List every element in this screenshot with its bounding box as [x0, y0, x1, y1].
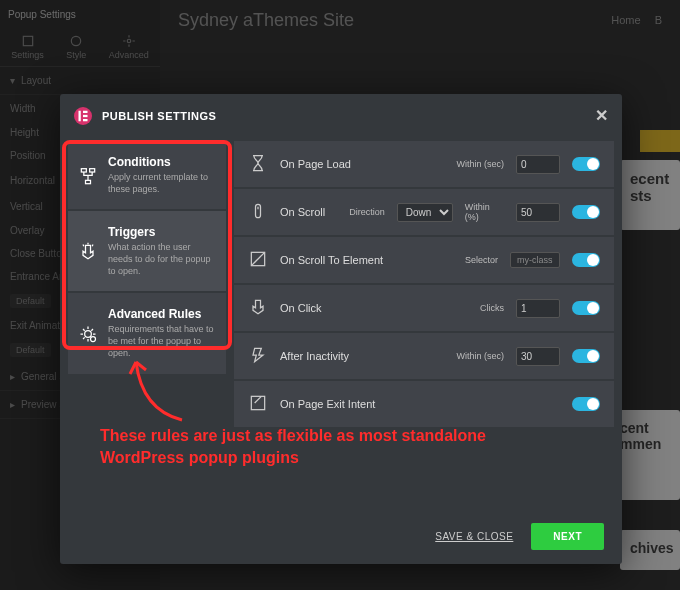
- nav-advanced-rules[interactable]: Advanced RulesRequirements that have to …: [68, 293, 226, 373]
- exit-intent-icon: [248, 393, 268, 415]
- page-load-seconds-input[interactable]: [516, 155, 560, 174]
- svg-rect-0: [23, 36, 32, 45]
- page-load-toggle[interactable]: [572, 157, 600, 171]
- triggers-panel: On Page Load Within (sec) On Scroll Dire…: [230, 137, 618, 509]
- row-vertical: Vertical: [10, 201, 43, 212]
- site-header: Sydney aThemes Site HomeB: [160, 0, 680, 40]
- row-close-button: Close Button: [10, 248, 67, 259]
- inactivity-toggle[interactable]: [572, 349, 600, 363]
- trigger-inactivity: After Inactivity Within (sec): [234, 333, 614, 379]
- scroll-element-toggle[interactable]: [572, 253, 600, 267]
- trigger-exit-intent: On Page Exit Intent: [234, 381, 614, 427]
- inactivity-seconds-input[interactable]: [516, 347, 560, 366]
- svg-rect-6: [83, 119, 88, 121]
- exit-intent-toggle[interactable]: [572, 397, 600, 411]
- svg-rect-7: [81, 169, 86, 172]
- scroll-percent-input[interactable]: [516, 203, 560, 222]
- svg-rect-4: [83, 110, 88, 112]
- scroll-icon: [248, 201, 268, 223]
- site-title: Sydney aThemes Site: [178, 10, 354, 31]
- click-icon: [248, 297, 268, 319]
- widget-stub: [640, 130, 680, 152]
- svg-rect-5: [83, 114, 88, 116]
- triggers-icon: [78, 227, 98, 277]
- nav-conditions[interactable]: ConditionsApply current template to thes…: [68, 141, 226, 209]
- row-position: Position: [10, 150, 46, 161]
- advanced-rules-icon: [78, 309, 98, 359]
- tab-advanced[interactable]: Advanced: [109, 34, 149, 60]
- svg-rect-9: [86, 180, 91, 183]
- svg-rect-3: [79, 110, 81, 121]
- section-layout[interactable]: ▾ Layout: [0, 67, 160, 95]
- tab-style[interactable]: Style: [66, 34, 86, 60]
- trigger-scroll-element: On Scroll To Element Selector my-class: [234, 237, 614, 283]
- hourglass-icon: [248, 153, 268, 175]
- svg-rect-8: [90, 169, 95, 172]
- click-count-input[interactable]: [516, 299, 560, 318]
- trigger-page-load: On Page Load Within (sec): [234, 141, 614, 187]
- scroll-element-icon: [248, 249, 268, 271]
- scroll-direction-select[interactable]: Down: [397, 203, 453, 222]
- svg-point-1: [72, 36, 81, 45]
- svg-point-10: [85, 331, 92, 338]
- sidebar-title: Popup Settings: [8, 9, 76, 20]
- inactivity-icon: [248, 345, 268, 367]
- trigger-scroll: On Scroll Direction Down Within (%): [234, 189, 614, 235]
- row-horizontal: Horizontal: [10, 175, 55, 186]
- trigger-click: On Click Clicks: [234, 285, 614, 331]
- tab-settings[interactable]: Settings: [11, 34, 44, 60]
- svg-point-11: [91, 337, 96, 342]
- svg-rect-14: [251, 396, 264, 409]
- widget-recent-posts: ecent sts: [620, 160, 680, 230]
- publish-settings-modal: PUBLISH SETTINGS ✕ ConditionsApply curre…: [60, 94, 622, 564]
- next-button[interactable]: NEXT: [531, 523, 604, 550]
- scroll-toggle[interactable]: [572, 205, 600, 219]
- conditions-icon: [78, 157, 98, 195]
- svg-rect-12: [256, 204, 261, 217]
- click-toggle[interactable]: [572, 301, 600, 315]
- close-icon[interactable]: ✕: [595, 106, 609, 125]
- elementor-logo-icon: [74, 107, 92, 125]
- save-close-link[interactable]: SAVE & CLOSE: [435, 531, 513, 542]
- selector-value[interactable]: my-class: [510, 252, 560, 268]
- row-height: Height: [10, 127, 39, 138]
- nav-triggers[interactable]: TriggersWhat action the user needs to do…: [68, 211, 226, 291]
- row-overlay: Overlay: [10, 225, 44, 236]
- widget-archives: chives: [620, 530, 680, 570]
- modal-title: PUBLISH SETTINGS: [102, 110, 216, 122]
- svg-point-2: [127, 39, 131, 43]
- row-width: Width: [10, 103, 36, 114]
- modal-left-nav: ConditionsApply current template to thes…: [64, 137, 230, 509]
